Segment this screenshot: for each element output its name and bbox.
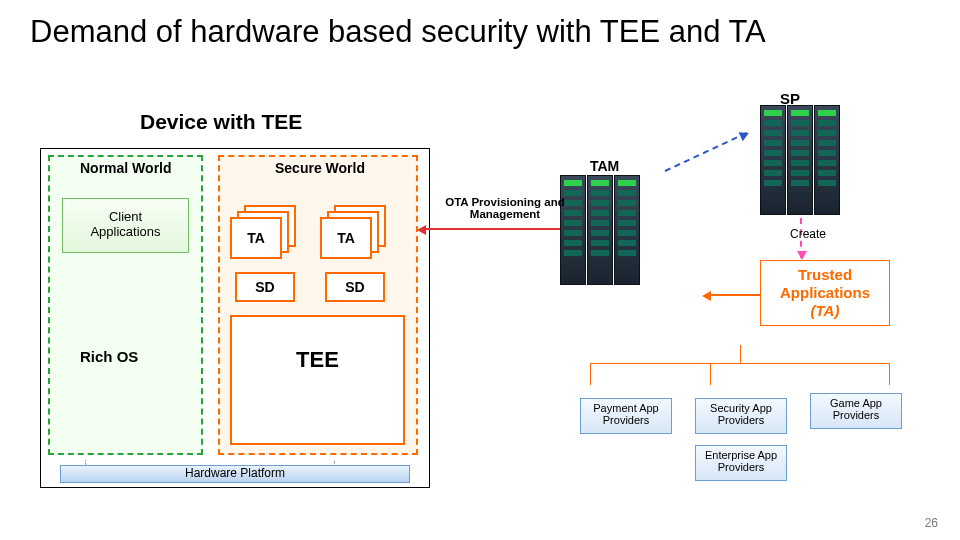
rich-os-label: Rich OS [80,348,138,365]
page-number: 26 [925,516,938,530]
providers-bracket [590,345,890,385]
hardware-platform-box: Hardware Platform [60,465,410,483]
tee-box: TEE [230,315,405,445]
provider-enterprise: Enterprise App Providers [695,445,787,481]
ota-arrow [420,228,560,230]
create-label: Create [790,227,826,241]
tam-label: TAM [590,158,619,174]
ta-label: TA [320,217,372,259]
sd-box-2: SD [325,272,385,302]
tam-sp-arrow [665,132,747,172]
ta-pointer-arrow [705,294,760,296]
trusted-applications-box: Trusted Applications (TA) [760,260,890,326]
slide-title: Demand of hardware based security with T… [30,14,766,50]
provider-payment: Payment App Providers [580,398,672,434]
ta-label: TA [230,217,282,259]
trusted-apps-line3: (TA) [811,302,840,319]
client-applications-box: Client Applications [62,198,189,253]
provider-game: Game App Providers [810,393,902,429]
sd-box-1: SD [235,272,295,302]
trusted-apps-line2: Applications [780,284,870,301]
ota-label: OTA Provisioning and Management [440,196,570,220]
secure-world-label: Secure World [275,160,365,176]
client-applications-label: Client Applications [90,209,160,239]
sp-server-icon [760,105,850,215]
device-with-tee-label: Device with TEE [140,110,302,134]
trusted-apps-line1: Trusted [798,266,852,283]
ta-stack-2: TA [320,205,390,257]
tam-server-icon [560,175,650,285]
ta-stack-1: TA [230,205,300,257]
provider-security: Security App Providers [695,398,787,434]
normal-world-label: Normal World [80,160,172,176]
